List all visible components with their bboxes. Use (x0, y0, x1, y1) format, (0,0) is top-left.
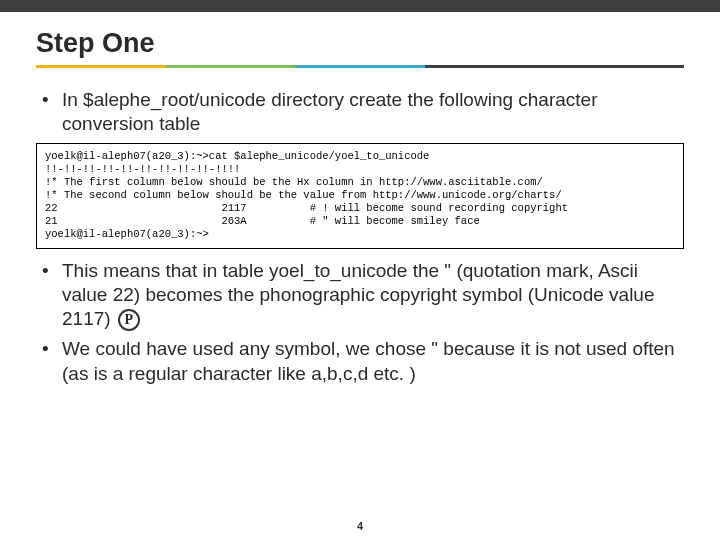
bullet-item: This means that in table yoel_to_unicode… (36, 259, 684, 332)
title-underline (36, 65, 684, 68)
code-line: !!-!!-!!-!!-!!-!!-!!-!!-!!-!!!! (45, 163, 240, 175)
bullet-list-1: In $alephe_root/unicode directory create… (36, 88, 684, 137)
title-area: Step One (30, 28, 690, 74)
code-line: yoelk@il-aleph07(a20_3):~> (45, 228, 209, 240)
code-line: !* The first column below should be the … (45, 176, 543, 188)
bullet-item: In $alephe_root/unicode directory create… (36, 88, 684, 137)
slide-title: Step One (36, 28, 684, 59)
slide-content: In $alephe_root/unicode directory create… (30, 74, 690, 386)
phonographic-copyright-icon: P (118, 309, 140, 331)
bullet-list-2: This means that in table yoel_to_unicode… (36, 259, 684, 387)
code-line: !* The second column below should be the… (45, 189, 562, 201)
page-number: 4 (0, 520, 720, 532)
code-block: yoelk@il-aleph07(a20_3):~>cat $alephe_un… (36, 143, 684, 249)
slide-top-bar (0, 0, 720, 12)
code-line: 22 2117 # ! will become sound recording … (45, 202, 568, 214)
code-line: 21 263A # " will become smiley face (45, 215, 480, 227)
bullet-item: We could have used any symbol, we chose … (36, 337, 684, 386)
bullet-text: This means that in table yoel_to_unicode… (62, 260, 655, 330)
code-line: yoelk@il-aleph07(a20_3):~>cat $alephe_un… (45, 150, 429, 162)
slide: Step One In $alephe_root/unicode directo… (0, 0, 720, 540)
